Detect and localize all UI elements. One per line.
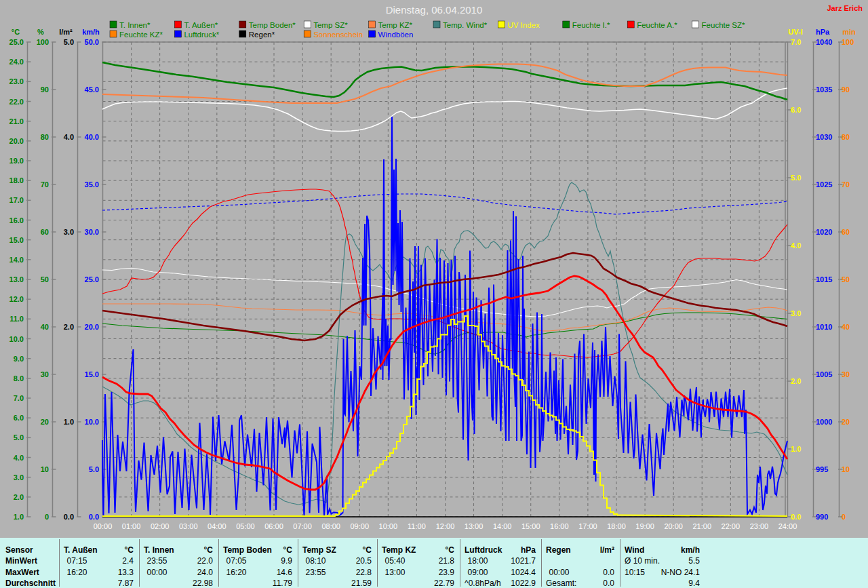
svg-text:7.0: 7.0 <box>791 38 801 46</box>
svg-text:90: 90 <box>842 85 850 94</box>
svg-text:5.0: 5.0 <box>791 174 801 182</box>
svg-text:22:00: 22:00 <box>722 522 741 530</box>
svg-text:2.0: 2.0 <box>64 323 74 331</box>
svg-text:10.0: 10.0 <box>85 418 99 426</box>
svg-text:19:00: 19:00 <box>635 522 654 530</box>
svg-text:1025: 1025 <box>816 180 832 189</box>
svg-text:km/h: km/h <box>82 28 100 36</box>
svg-text:25.0: 25.0 <box>9 38 24 46</box>
svg-text:3.0: 3.0 <box>791 309 801 317</box>
svg-text:04:00: 04:00 <box>208 522 226 530</box>
svg-text:Feuchte I.*: Feuchte I.* <box>572 21 610 29</box>
svg-text:1040: 1040 <box>816 38 832 46</box>
svg-text:18:00: 18:00 <box>607 522 626 530</box>
svg-text:08:00: 08:00 <box>321 522 340 530</box>
svg-text:17:00: 17:00 <box>578 522 597 530</box>
svg-text:14:00: 14:00 <box>493 522 512 530</box>
svg-text:24.0: 24.0 <box>9 58 24 66</box>
svg-text:30: 30 <box>41 370 49 378</box>
svg-text:8.0: 8.0 <box>14 374 24 383</box>
svg-text:990: 990 <box>816 513 828 521</box>
svg-text:90: 90 <box>41 85 49 94</box>
svg-text:7.0: 7.0 <box>14 394 24 402</box>
svg-text:22.0: 22.0 <box>9 98 24 106</box>
svg-text:25.0: 25.0 <box>85 275 99 283</box>
svg-text:11:00: 11:00 <box>408 522 426 530</box>
svg-text:1.0: 1.0 <box>791 445 801 453</box>
svg-text:UV-I: UV-I <box>788 28 802 36</box>
svg-text:Dienstag, 06.04.2010: Dienstag, 06.04.2010 <box>386 4 483 16</box>
svg-text:10: 10 <box>842 465 850 473</box>
svg-text:Temp KZ*: Temp KZ* <box>378 21 413 29</box>
svg-text:23:00: 23:00 <box>750 522 769 530</box>
svg-text:4.0: 4.0 <box>14 454 24 462</box>
svg-text:995: 995 <box>816 465 828 473</box>
svg-text:10: 10 <box>41 465 49 473</box>
svg-text:Feuchte KZ*: Feuchte KZ* <box>119 31 163 39</box>
svg-text:06:00: 06:00 <box>264 522 283 530</box>
svg-text:12.0: 12.0 <box>9 295 24 303</box>
svg-text:1005: 1005 <box>816 370 832 378</box>
svg-text:01:00: 01:00 <box>122 522 141 530</box>
svg-text:min: min <box>842 28 856 36</box>
svg-text:20: 20 <box>842 418 850 426</box>
svg-text:50: 50 <box>842 275 850 283</box>
svg-text:Regen*: Regen* <box>249 31 275 39</box>
svg-text:30: 30 <box>842 370 850 378</box>
svg-text:4.0: 4.0 <box>64 133 74 141</box>
svg-text:Temp SZ*: Temp SZ* <box>313 21 348 29</box>
svg-text:40.0: 40.0 <box>85 133 99 141</box>
svg-text:24:00: 24:00 <box>778 522 797 530</box>
svg-text:Feuchte A.*: Feuchte A.* <box>637 21 677 29</box>
svg-text:16.0: 16.0 <box>9 216 24 224</box>
svg-text:15.0: 15.0 <box>85 370 99 378</box>
svg-text:100: 100 <box>842 38 854 46</box>
svg-text:1035: 1035 <box>816 85 832 94</box>
svg-text:0.0: 0.0 <box>791 513 801 521</box>
svg-text:18.0: 18.0 <box>9 176 24 184</box>
svg-text:13:00: 13:00 <box>465 522 484 530</box>
svg-text:05:00: 05:00 <box>236 522 255 530</box>
svg-text:16:00: 16:00 <box>550 522 569 530</box>
svg-text:60: 60 <box>41 228 49 236</box>
svg-text:14.0: 14.0 <box>9 256 24 264</box>
svg-text:Jarz Erich: Jarz Erich <box>827 4 863 12</box>
svg-text:1010: 1010 <box>816 323 832 331</box>
svg-text:00:00: 00:00 <box>94 522 113 530</box>
svg-text:70: 70 <box>842 180 850 189</box>
svg-text:07:00: 07:00 <box>293 522 312 530</box>
svg-text:1.0: 1.0 <box>64 418 74 426</box>
svg-text:1030: 1030 <box>816 133 832 141</box>
svg-text:6.0: 6.0 <box>14 414 24 422</box>
svg-text:Luftdruck*: Luftdruck* <box>184 31 219 39</box>
svg-text:02:00: 02:00 <box>151 522 170 530</box>
svg-text:2.0: 2.0 <box>791 377 801 385</box>
svg-text:5.0: 5.0 <box>14 433 24 442</box>
svg-text:0.0: 0.0 <box>89 513 99 521</box>
svg-text:T. Außen*: T. Außen* <box>184 21 218 29</box>
svg-text:20:00: 20:00 <box>664 522 683 530</box>
svg-text:50: 50 <box>41 275 49 283</box>
svg-text:9.0: 9.0 <box>14 355 24 363</box>
svg-text:11.0: 11.0 <box>9 315 24 323</box>
svg-text:15:00: 15:00 <box>521 522 540 530</box>
svg-text:80: 80 <box>842 133 850 141</box>
svg-text:12:00: 12:00 <box>436 522 455 530</box>
svg-text:21.0: 21.0 <box>9 117 24 125</box>
svg-text:70: 70 <box>41 180 49 189</box>
svg-text:15.0: 15.0 <box>9 236 24 244</box>
svg-text:%: % <box>37 28 44 36</box>
svg-text:l/m²: l/m² <box>59 28 73 36</box>
svg-text:Temp Boden*: Temp Boden* <box>249 21 296 29</box>
svg-text:20.0: 20.0 <box>9 137 24 145</box>
svg-text:1015: 1015 <box>816 275 832 283</box>
svg-text:3.0: 3.0 <box>14 473 24 482</box>
svg-text:4.0: 4.0 <box>791 241 801 250</box>
svg-text:13.0: 13.0 <box>9 275 24 283</box>
svg-text:1.0: 1.0 <box>14 513 24 521</box>
svg-text:35.0: 35.0 <box>85 180 99 189</box>
svg-text:0: 0 <box>45 513 49 521</box>
svg-text:10.0: 10.0 <box>9 335 24 343</box>
svg-text:hPa: hPa <box>816 28 830 36</box>
svg-text:Sonnenschein: Sonnenschein <box>313 31 363 39</box>
